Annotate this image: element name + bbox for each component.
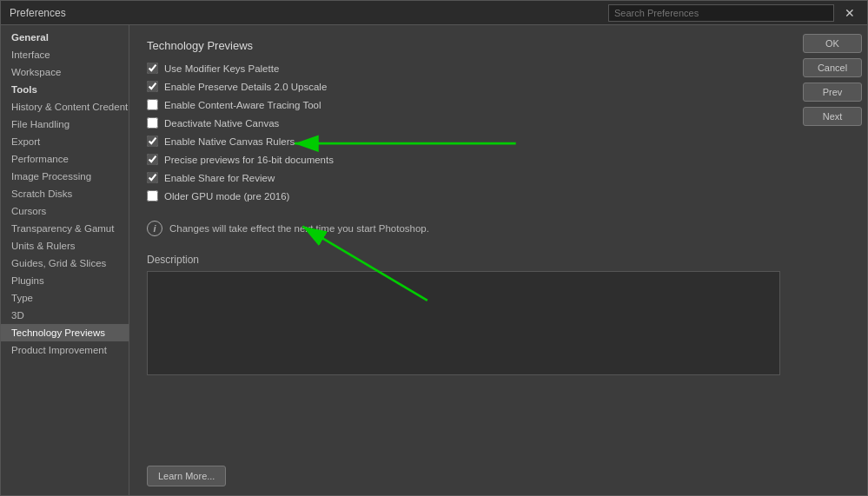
checkbox-row-1: Enable Preserve Details 2.0 Upscale [147,81,780,92]
sidebar-item-18[interactable]: Product Improvement [1,341,129,359]
close-button[interactable]: ✕ [841,6,858,20]
sidebar: GeneralInterfaceWorkspaceToolsHistory & … [1,25,129,495]
checkbox-1[interactable] [147,81,158,92]
sidebar-item-17[interactable]: Technology Previews [1,324,129,341]
sidebar-item-6[interactable]: Export [1,133,129,150]
sidebar-item-0[interactable]: General [1,29,129,46]
sidebar-item-11[interactable]: Transparency & Gamut [1,220,129,237]
next-button[interactable]: Next [803,107,862,126]
preferences-dialog: Preferences ✕ GeneralInterfaceWorkspaceT… [0,0,868,496]
sidebar-item-14[interactable]: Plugins [1,272,129,289]
search-box[interactable] [608,4,834,22]
sidebar-item-2[interactable]: Workspace [1,63,129,81]
sidebar-item-4[interactable]: History & Content Credentials [1,98,129,116]
checkbox-label-1: Enable Preserve Details 2.0 Upscale [164,82,327,92]
checkbox-row-5: Precise previews for 16-bit documents [147,154,780,165]
description-box [147,271,780,375]
checkboxes-container: Use Modifier Keys PaletteEnable Preserve… [147,63,780,208]
title-bar-left: Preferences [10,7,66,19]
cancel-button[interactable]: Cancel [803,58,862,77]
sidebar-item-9[interactable]: Scratch Disks [1,185,129,202]
checkbox-label-5: Precise previews for 16-bit documents [164,155,334,165]
checkbox-5[interactable] [147,154,158,165]
checkbox-4[interactable] [147,136,158,147]
content-area: GeneralInterfaceWorkspaceToolsHistory & … [1,25,867,495]
dialog-title: Preferences [10,7,66,19]
prev-button[interactable]: Prev [803,83,862,102]
sidebar-item-10[interactable]: Cursors [1,202,129,220]
checkbox-row-6: Enable Share for Review [147,172,780,183]
checkbox-6[interactable] [147,172,158,183]
sidebar-item-1[interactable]: Interface [1,46,129,63]
checkbox-row-4: Enable Native Canvas Rulers [147,136,780,147]
info-icon: i [147,221,162,236]
bottom-area: Learn More... [147,457,780,486]
checkbox-row-3: Deactivate Native Canvas [147,117,780,129]
description-label: Description [147,254,780,266]
checkbox-label-4: Enable Native Canvas Rulers [164,136,295,147]
checkbox-label-3: Deactivate Native Canvas [164,118,279,129]
checkbox-7[interactable] [147,190,158,202]
info-text: Changes will take effect the next time y… [169,223,429,234]
sidebar-item-16[interactable]: 3D [1,307,129,324]
checkbox-label-7: Older GPU mode (pre 2016) [164,191,289,202]
sidebar-item-15[interactable]: Type [1,289,129,307]
checkbox-2[interactable] [147,99,158,110]
sidebar-item-3[interactable]: Tools [1,81,129,98]
checkbox-label-6: Enable Share for Review [164,173,275,183]
learn-more-button[interactable]: Learn More... [147,466,226,486]
checkbox-3[interactable] [147,117,158,129]
buttons-panel: OK Cancel Prev Next [798,25,867,495]
checkbox-label-0: Use Modifier Keys Palette [164,63,279,74]
search-input[interactable] [614,8,814,18]
title-bar: Preferences ✕ [1,1,867,25]
ok-button[interactable]: OK [803,34,862,53]
sidebar-item-13[interactable]: Guides, Grid & Slices [1,255,129,272]
checkbox-label-2: Enable Content-Aware Tracing Tool [164,100,321,110]
sidebar-item-8[interactable]: Image Processing [1,168,129,185]
sidebar-item-12[interactable]: Units & Rulers [1,237,129,255]
main-panel: Technology Previews Use Modifier Keys Pa… [129,25,798,495]
checkbox-row-7: Older GPU mode (pre 2016) [147,190,780,202]
checkbox-0[interactable] [147,63,158,74]
description-section: Description [147,254,780,375]
section-title: Technology Previews [147,39,780,52]
checkbox-row-2: Enable Content-Aware Tracing Tool [147,99,780,110]
sidebar-item-5[interactable]: File Handling [1,116,129,133]
checkbox-row-0: Use Modifier Keys Palette [147,63,780,74]
sidebar-item-7[interactable]: Performance [1,150,129,168]
info-row: i Changes will take effect the next time… [147,221,780,236]
